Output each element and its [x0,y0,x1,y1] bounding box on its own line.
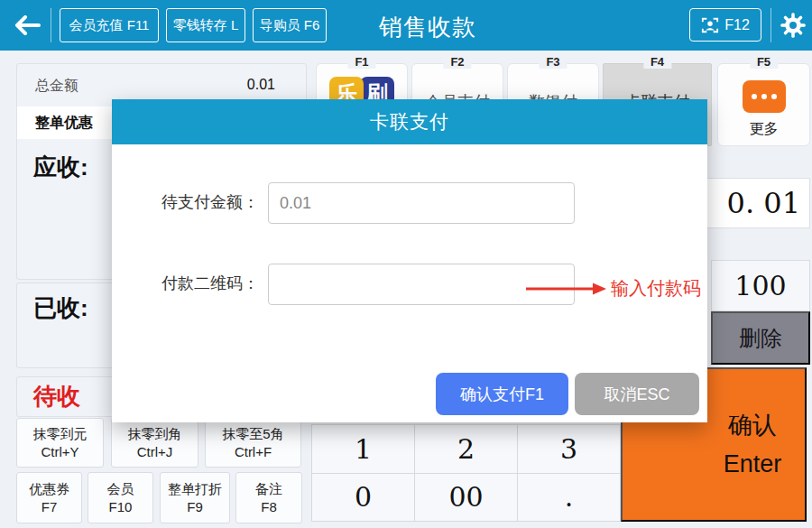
dialog-title: 卡联支付 [112,99,707,144]
button-shortcut: F9 [161,498,229,516]
face-scan-icon [701,16,719,34]
button-shortcut: Ctrl+F [206,443,300,461]
coupon-button[interactable]: 优惠券 F7 [16,472,82,523]
fkey-label: F1 [347,55,375,69]
button-label: 抹零至5角 [206,425,300,443]
amount-to-pay-row: 待支付金额： [112,182,707,224]
kalian-pay-dialog: 卡联支付 待支付金额： 付款二维码： 输入付款码 确认支付F1 取消ESC [112,99,707,422]
settings-gear-icon[interactable] [778,10,808,41]
numpad-key-1[interactable]: 1 [312,425,414,473]
pos-checkout-screen: 会员充值 F11 零钱转存 L 导购员 F6 销售收款 F12 [0,0,812,528]
confirm-pay-f1-button[interactable]: 确认支付F1 [436,373,568,415]
red-arrow-icon [524,282,607,296]
numpad-key-dot[interactable]: . [518,474,620,522]
back-button[interactable] [11,11,43,40]
enter-code-hint: 输入付款码 [524,276,701,301]
payment-qr-label: 付款二维码： [161,273,263,294]
total-amount-label: 总金额 [35,77,78,96]
member-recharge-button[interactable]: 会员充值 F11 [60,8,159,42]
shopping-guide-button[interactable]: 导购员 F6 [253,8,327,42]
arrow-left-icon [14,15,41,35]
more-label: 更多 [718,120,809,139]
topbar-divider [51,8,51,42]
hint-text: 输入付款码 [611,276,701,301]
fkey-label: F4 [643,55,671,69]
amount-to-pay-input[interactable] [268,182,575,224]
total-amount-row: 总金额 0.01 [17,64,306,96]
numpad-key-3[interactable]: 3 [518,425,620,473]
delete-button[interactable]: 删除 [711,311,810,365]
member-button[interactable]: 会员 F10 [88,472,153,523]
button-shortcut: F8 [236,498,301,516]
button-shortcut: F7 [17,498,81,516]
button-shortcut: Ctrl+Y [17,443,103,461]
topbar-divider [770,8,771,42]
button-label: 会员 [88,480,152,498]
total-amount-value: 0.01 [247,77,275,96]
button-label: 整单打折 [161,480,229,498]
face-pay-f12-button[interactable]: F12 [689,8,761,42]
fkey-label: F2 [443,55,471,69]
button-label: 备注 [236,480,301,498]
round-to-yuan-button[interactable]: 抹零到元 Ctrl+Y [16,418,104,468]
button-shortcut: F10 [88,498,152,516]
numeric-keypad: 1 2 3 0 00 . [311,424,621,522]
face-pay-key-label: F12 [724,17,750,33]
quick-amount-100-button[interactable]: 100 [711,260,810,311]
confirm-label-cn: 确认 [728,411,777,440]
confirm-label-en: Enter [724,449,782,478]
button-label: 抹零到元 [17,425,103,443]
more-dots-icon [743,80,786,113]
fkey-label: F3 [539,55,567,69]
change-transfer-button[interactable]: 零钱转存 L [166,8,245,42]
cancel-esc-button[interactable]: 取消ESC [575,373,699,415]
payment-tab-more[interactable]: F5 更多 [717,63,810,146]
numpad-key-00[interactable]: 00 [415,474,517,522]
button-shortcut: Ctrl+J [112,443,198,461]
payment-qr-row: 付款二维码： 输入付款码 [112,264,707,305]
round-to-5jiao-button[interactable]: 抹零至5角 Ctrl+F [205,418,301,468]
numpad-key-0[interactable]: 0 [312,474,414,522]
round-to-jiao-button[interactable]: 抹零到角 Ctrl+J [111,418,198,468]
order-discount-button[interactable]: 整单打折 F9 [160,472,230,523]
amount-to-pay-label: 待支付金额： [161,191,263,213]
fkey-label: F5 [750,55,778,69]
button-label: 抹零到角 [112,425,198,443]
remark-button[interactable]: 备注 F8 [235,472,302,523]
top-bar: 会员充值 F11 零钱转存 L 导购员 F6 销售收款 F12 [0,0,812,51]
numpad-key-2[interactable]: 2 [415,425,517,473]
page-title: 销售收款 [379,12,476,43]
button-label: 优惠券 [17,480,81,498]
